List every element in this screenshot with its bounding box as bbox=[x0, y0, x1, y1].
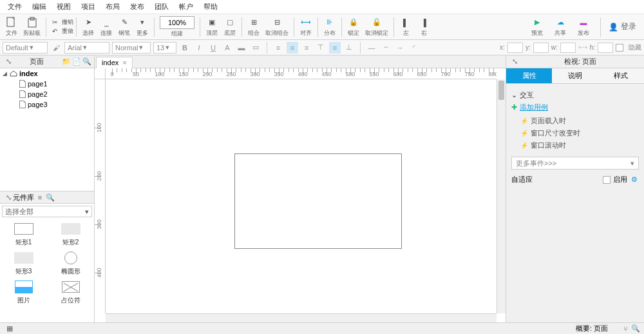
zoom-input[interactable]: 100% bbox=[160, 16, 194, 29]
tb-select[interactable]: ➤选择 bbox=[79, 17, 97, 37]
textcolor-button[interactable]: A bbox=[222, 42, 233, 54]
undo-label[interactable]: 撤销 bbox=[62, 18, 73, 27]
add-case-button[interactable]: ✚添加用例 bbox=[511, 103, 639, 112]
collapse-icon[interactable]: ⤡ bbox=[4, 57, 13, 66]
tab-style[interactable]: 样式 bbox=[598, 68, 644, 84]
tree-item[interactable]: page1 bbox=[0, 79, 94, 89]
italic-button[interactable]: I bbox=[193, 42, 205, 54]
collapse-icon[interactable]: ⤡ bbox=[4, 193, 13, 202]
section-interaction[interactable]: ⌄交互 bbox=[511, 90, 639, 100]
coord-x-input[interactable] bbox=[507, 43, 523, 53]
tb-file[interactable]: 文件 bbox=[3, 17, 21, 37]
linewidth-btn[interactable]: — bbox=[366, 42, 377, 54]
canvas[interactable] bbox=[106, 79, 497, 313]
coord-w-input[interactable] bbox=[560, 43, 576, 53]
search-icon[interactable]: 🔍 bbox=[82, 57, 91, 66]
expand-icon[interactable]: ◢ bbox=[3, 70, 8, 77]
library-select[interactable]: 选择全部▾ bbox=[2, 206, 92, 217]
canvas-zoom-icon[interactable]: ▦ bbox=[5, 324, 14, 333]
tb-distribute[interactable]: ⊪分布 bbox=[321, 17, 339, 37]
shape-rectangle[interactable] bbox=[234, 153, 402, 249]
tb-preview[interactable]: ▶预览 bbox=[528, 17, 546, 37]
size-select[interactable]: 13▾ bbox=[153, 42, 176, 54]
align-center-btn[interactable]: ≡ bbox=[287, 42, 298, 54]
event-pageload[interactable]: ⚡页面载入时 bbox=[511, 115, 639, 127]
scrollbar-horizontal[interactable] bbox=[106, 313, 497, 322]
align-right-btn[interactable]: ≡ bbox=[301, 42, 312, 54]
redo-label[interactable]: 重做 bbox=[62, 27, 73, 36]
font-select[interactable]: Arial▾ bbox=[64, 42, 109, 54]
tb-more[interactable]: ▾更多 bbox=[133, 17, 151, 37]
style-select[interactable]: Default▾ bbox=[3, 42, 48, 54]
menu-project[interactable]: 项目 bbox=[76, 2, 100, 12]
event-resize[interactable]: ⚡窗口尺寸改变时 bbox=[511, 127, 639, 139]
tree-item[interactable]: page2 bbox=[0, 89, 94, 99]
valign-mid-btn[interactable]: ≡ bbox=[329, 42, 341, 54]
tb-publish[interactable]: ▬发布 bbox=[574, 17, 592, 37]
lib-ellipse[interactable]: 椭圆形 bbox=[47, 251, 94, 276]
search-icon[interactable]: 🔍 bbox=[46, 193, 55, 202]
paste-icon[interactable]: ↶ bbox=[49, 27, 61, 36]
hidden-checkbox[interactable] bbox=[616, 44, 623, 52]
add-folder-icon[interactable]: 📁 bbox=[62, 57, 71, 66]
tab-notes[interactable]: 说明 bbox=[552, 68, 598, 84]
enable-checkbox[interactable] bbox=[603, 176, 611, 184]
tb-group[interactable]: ⊞组合 bbox=[245, 17, 263, 37]
menu-publish[interactable]: 发布 bbox=[125, 2, 149, 12]
tb-ungroup[interactable]: ⊟取消组合 bbox=[263, 17, 291, 37]
underline-button[interactable]: U bbox=[207, 42, 219, 54]
event-scroll[interactable]: ⚡窗口滚动时 bbox=[511, 139, 639, 152]
gear-icon[interactable]: ⚙ bbox=[630, 175, 639, 184]
coord-y-input[interactable] bbox=[533, 43, 549, 53]
search-icon[interactable]: 🔍 bbox=[631, 324, 640, 333]
align-left-btn[interactable]: ≡ bbox=[272, 42, 284, 54]
tb-lock[interactable]: 🔒锁定 bbox=[345, 17, 363, 37]
close-tab-icon[interactable]: × bbox=[122, 59, 126, 66]
tree-root[interactable]: ◢ index bbox=[0, 68, 94, 79]
lib-rect1[interactable]: 矩形1 bbox=[0, 222, 47, 247]
bold-button[interactable]: B bbox=[179, 42, 191, 54]
menu-team[interactable]: 团队 bbox=[149, 2, 174, 12]
tb-align[interactable]: ⟷对齐 bbox=[297, 17, 315, 37]
tb-align-right[interactable]: ▐右 bbox=[415, 17, 433, 37]
menu-account[interactable]: 帐户 bbox=[174, 2, 198, 12]
canvas-tab[interactable]: index× bbox=[96, 57, 133, 68]
fillcolor-button[interactable]: ▬ bbox=[236, 42, 247, 54]
paintformat-icon[interactable]: 🖌 bbox=[50, 42, 62, 54]
coord-h-input[interactable] bbox=[598, 43, 613, 53]
tb-connect[interactable]: ⎯连接 bbox=[97, 17, 115, 37]
arrow-btn[interactable]: → bbox=[394, 42, 406, 54]
tb-share[interactable]: ☁共享 bbox=[551, 17, 569, 37]
weight-select[interactable]: Normal▾ bbox=[112, 42, 151, 54]
valign-bot-btn[interactable]: ⊥ bbox=[343, 42, 355, 54]
tb-clipboard[interactable]: 剪贴板 bbox=[21, 17, 43, 37]
add-page-icon[interactable]: 📄 bbox=[72, 57, 81, 66]
tb-back[interactable]: ▢底层 bbox=[221, 17, 239, 37]
tb-align-left[interactable]: ▌左 bbox=[397, 17, 415, 37]
menu-view[interactable]: 视图 bbox=[52, 2, 76, 12]
linestyle-btn[interactable]: ┄ bbox=[380, 42, 392, 54]
lib-rect2[interactable]: 矩形2 bbox=[47, 222, 94, 247]
tree-item[interactable]: page3 bbox=[0, 99, 94, 110]
more-events-select[interactable]: 更多事件>>>▾ bbox=[511, 157, 639, 170]
lib-rect3[interactable]: 矩形3 bbox=[0, 251, 47, 276]
tab-properties[interactable]: 属性 bbox=[506, 68, 552, 84]
collapse-icon[interactable]: ⤡ bbox=[510, 57, 519, 66]
tb-front[interactable]: ▣顶层 bbox=[203, 17, 221, 37]
scrollbar-vertical[interactable] bbox=[497, 79, 506, 313]
menu-file[interactable]: 文件 bbox=[3, 2, 27, 12]
login-button[interactable]: 👤登录 bbox=[609, 21, 636, 32]
menu-edit[interactable]: 编辑 bbox=[27, 2, 52, 12]
linecolor-button[interactable]: ▭ bbox=[250, 42, 261, 54]
valign-top-btn[interactable]: ⊤ bbox=[315, 42, 327, 54]
tb-pen[interactable]: ✎钢笔 bbox=[115, 17, 133, 37]
menu-layout[interactable]: 布局 bbox=[100, 2, 125, 12]
cut-icon[interactable]: ✂ bbox=[49, 18, 61, 27]
lib-placeholder[interactable]: 占位符 bbox=[47, 280, 94, 305]
lib-image[interactable]: 图片 bbox=[0, 280, 47, 305]
tb-unlock[interactable]: 🔓取消锁定 bbox=[363, 17, 391, 37]
filter-icon[interactable]: ⑂ bbox=[621, 324, 630, 333]
menu-help[interactable]: 帮助 bbox=[198, 2, 223, 12]
corner-btn[interactable]: ◜ bbox=[408, 42, 420, 54]
menu-icon[interactable]: ≡ bbox=[35, 193, 44, 202]
